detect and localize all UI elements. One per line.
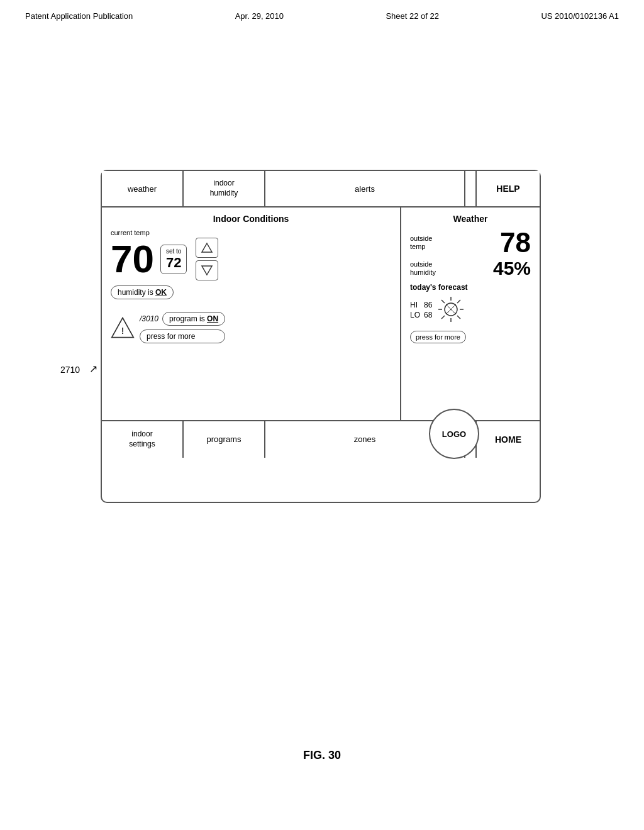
- temp-down-button[interactable]: [196, 260, 218, 280]
- forecast-details: HI 86 LO 68: [410, 294, 531, 327]
- tab-gap-top: [465, 171, 477, 206]
- tab-help[interactable]: HELP: [477, 171, 540, 206]
- tab-weather[interactable]: weather: [102, 171, 184, 206]
- set-to-label: set to: [166, 248, 181, 255]
- sun-forecast-icon: [436, 294, 466, 327]
- forecast-lo-row: LO 68: [410, 311, 432, 319]
- forecast-hi-row: HI 86: [410, 301, 432, 309]
- tab-alerts[interactable]: alerts: [265, 171, 465, 206]
- humidity-ok-value: OK: [155, 288, 167, 297]
- current-temp-value: 70: [111, 240, 154, 279]
- indoor-conditions-title: Indoor Conditions: [111, 214, 391, 224]
- btab-home[interactable]: HOME: [477, 421, 540, 458]
- patent-date: Apr. 29, 2010: [235, 11, 284, 21]
- patent-sheet: Sheet 22 of 22: [386, 11, 439, 21]
- outside-temp-value: 78: [500, 229, 531, 257]
- patent-left-text: Patent Application Publication: [25, 11, 133, 21]
- btab-programs[interactable]: programs: [184, 421, 265, 458]
- svg-line-11: [457, 300, 460, 303]
- logo-circle: LOGO: [429, 409, 479, 459]
- device-ref-arrow: ↗: [89, 363, 97, 375]
- indoor-conditions-panel: Indoor Conditions current temp 70 set to…: [102, 208, 401, 420]
- forecast-title: today's forecast: [410, 283, 531, 292]
- outside-temp-label: outsidetemp: [410, 235, 432, 251]
- svg-text:!: !: [121, 326, 125, 336]
- svg-line-9: [441, 300, 445, 303]
- temp-adjust-buttons: [196, 238, 218, 280]
- tab-indoor-humidity[interactable]: indoorhumidity: [184, 171, 265, 206]
- btab-indoor-settings[interactable]: indoorsettings: [102, 421, 184, 458]
- outside-temp-row: outsidetemp 78: [410, 229, 531, 257]
- set-to-box[interactable]: set to 72: [160, 245, 187, 274]
- ref-3010-label: /3010: [140, 314, 158, 323]
- weather-panel: Weather outsidetemp 78 outsidehumidity 4…: [401, 208, 540, 420]
- patent-number: US 2010/0102136 A1: [541, 11, 619, 21]
- press-for-more-button-right[interactable]: press for more: [410, 331, 466, 343]
- outside-humidity-row: outsidehumidity 45%: [410, 258, 531, 279]
- hi-label: HI: [410, 301, 418, 309]
- forecast-hi-lo: HI 86 LO 68: [410, 301, 432, 321]
- humidity-status-text: humidity is: [118, 288, 155, 297]
- current-temp-label: current temp: [111, 229, 391, 236]
- svg-line-12: [441, 316, 445, 319]
- weather-panel-title: Weather: [410, 214, 531, 224]
- svg-marker-0: [202, 243, 212, 252]
- patent-header: Patent Application Publication Apr. 29, …: [0, 0, 644, 21]
- hi-value: 86: [424, 301, 432, 309]
- press-for-more-button-left[interactable]: press for more: [140, 329, 225, 343]
- outside-humidity-label: outsidehumidity: [410, 260, 436, 277]
- warning-triangle-icon: !: [111, 316, 135, 340]
- svg-line-10: [457, 316, 460, 319]
- top-tab-bar: weather indoorhumidity alerts HELP: [102, 171, 540, 208]
- set-to-value: 72: [166, 255, 181, 270]
- device-ref-label: 2710: [60, 365, 80, 375]
- svg-marker-1: [202, 266, 212, 275]
- lo-value: 68: [424, 311, 432, 319]
- lo-label: LO: [410, 311, 420, 319]
- temp-up-button[interactable]: [196, 238, 218, 258]
- main-content-area: Indoor Conditions current temp 70 set to…: [102, 208, 540, 421]
- temp-control-row: 70 set to 72: [111, 238, 391, 280]
- outside-humidity-value: 45%: [493, 258, 531, 279]
- device-container: weather indoorhumidity alerts HELP Indoo…: [101, 170, 541, 503]
- program-on-value: ON: [207, 314, 218, 323]
- program-status-text: program is: [169, 314, 207, 323]
- program-on-box: program is ON: [162, 312, 225, 326]
- humidity-status-box: humidity is OK: [111, 285, 174, 299]
- fig-caption: FIG. 30: [0, 749, 644, 762]
